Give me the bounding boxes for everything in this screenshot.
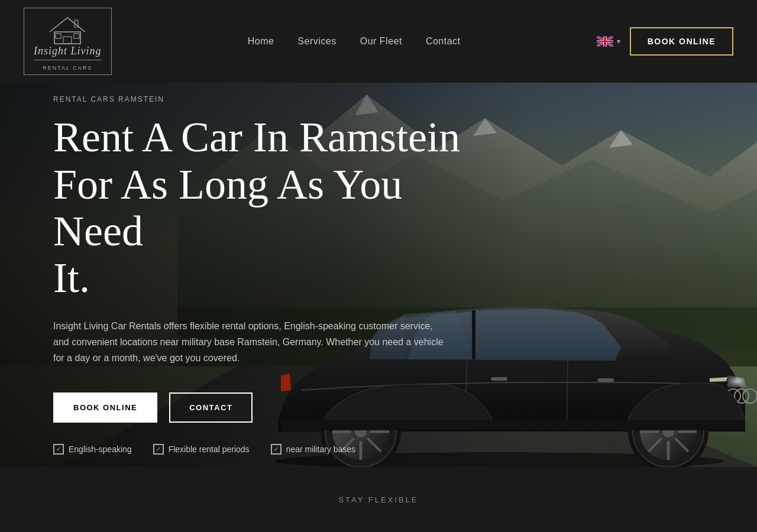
hero-contact-button[interactable]: CONTACT — [169, 392, 253, 423]
svg-rect-2 — [56, 34, 61, 38]
hero-eyebrow: RENTAL CARS RAMSTEIN — [53, 95, 503, 103]
logo-script: Insight Living — [34, 46, 102, 57]
hero-headline: Rent A Car In Ramstein For As Long As Yo… — [53, 114, 503, 301]
feature-label-flexible: Flexible rental periods — [169, 445, 250, 454]
svg-rect-1 — [63, 37, 72, 44]
hero-section: RENTAL CARS RAMSTEIN Rent A Car In Ramst… — [0, 83, 757, 467]
stay-flexible-label: STAY FLEXIBLE — [338, 495, 418, 504]
nav-item-services[interactable]: Services — [297, 36, 336, 47]
hero-content: RENTAL CARS RAMSTEIN Rent A Car In Ramst… — [53, 83, 503, 467]
hero-features: ✓ English-speaking ✓ Flexible rental per… — [53, 444, 503, 455]
nav-item-home[interactable]: Home — [248, 36, 274, 47]
nav-item-our-fleet[interactable]: Our Fleet — [360, 36, 402, 47]
nav-item-contact[interactable]: Contact — [426, 36, 461, 47]
check-icon-flexible: ✓ — [153, 444, 164, 455]
logo-tagline: RENTAL CARS — [43, 65, 92, 71]
svg-rect-49 — [597, 378, 614, 382]
logo-icon — [44, 13, 91, 46]
logo[interactable]: Insight Living RENTAL CARS — [24, 8, 112, 75]
hero-description: Insight Living Car Rentals offers flexib… — [53, 318, 444, 366]
svg-rect-13 — [597, 41, 613, 42]
check-icon-military: ✓ — [271, 444, 282, 455]
feature-label-english: English-speaking — [69, 445, 132, 454]
flag-icon — [597, 36, 613, 47]
hero-buttons: BOOK ONLINE CONTACT — [53, 392, 503, 423]
hero-book-online-button[interactable]: BOOK ONLINE — [53, 392, 157, 423]
feature-military-bases: ✓ near military bases — [271, 444, 356, 455]
book-online-button[interactable]: BOOK ONLINE — [630, 27, 733, 56]
nav-links: Home Services Our Fleet Contact — [248, 36, 461, 47]
svg-rect-3 — [74, 34, 79, 38]
feature-english-speaking: ✓ English-speaking — [53, 444, 132, 455]
bottom-section: STAY FLEXIBLE — [0, 467, 757, 532]
navbar: Insight Living RENTAL CARS Home Services… — [0, 0, 757, 83]
feature-label-military: near military bases — [286, 445, 356, 454]
check-icon-english: ✓ — [53, 444, 64, 455]
feature-flexible-periods: ✓ Flexible rental periods — [153, 444, 250, 455]
nav-right: ▾ BOOK ONLINE — [597, 27, 733, 56]
language-selector[interactable]: ▾ — [597, 36, 620, 47]
chevron-down-icon: ▾ — [617, 37, 620, 46]
